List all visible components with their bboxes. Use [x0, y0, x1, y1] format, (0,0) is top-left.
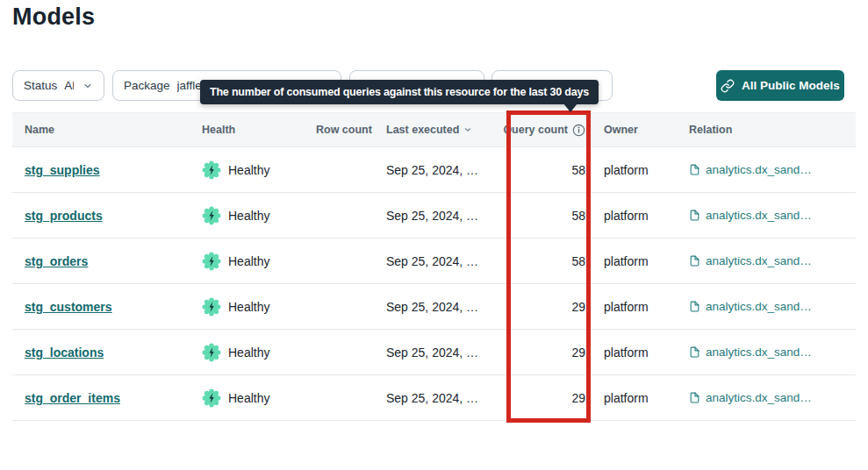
last-executed-value: Sep 25, 2024, …	[386, 391, 514, 405]
column-header-name[interactable]: Name	[25, 124, 202, 136]
status-filter-value: All	[64, 79, 74, 92]
owner-value: platform	[585, 345, 689, 360]
model-name-link[interactable]: stg_products	[25, 209, 103, 223]
query-count-label: Query count	[503, 124, 568, 136]
owner-value: platform	[585, 300, 689, 314]
health-status: Healthy	[228, 209, 269, 223]
all-public-models-label: All Public Models	[742, 79, 840, 92]
models-table: Name Health Row count Last executed Quer…	[12, 112, 856, 421]
owner-value: platform	[585, 209, 689, 223]
relation-link[interactable]: analytics.dx_sand…	[689, 163, 812, 176]
owner-value: platform	[585, 254, 689, 268]
health-badge-icon	[202, 297, 221, 317]
relation-link[interactable]: analytics.dx_sand…	[689, 254, 812, 267]
last-executed-value: Sep 25, 2024, …	[386, 163, 514, 177]
column-header-last-executed[interactable]: Last executed	[386, 124, 514, 136]
table-row: stg_supplies Healthy Sep 25, 2024, … 58 …	[12, 147, 856, 193]
file-icon	[689, 300, 700, 313]
health-status: Healthy	[228, 163, 269, 177]
column-header-owner[interactable]: Owner	[585, 124, 689, 136]
column-header-health[interactable]: Health	[202, 124, 316, 136]
health-badge-icon	[202, 388, 221, 408]
tooltip-text: The number of consumed queries against t…	[210, 86, 589, 98]
status-filter[interactable]: Status All	[12, 70, 104, 101]
health-status: Healthy	[228, 391, 269, 405]
table-row: stg_customers Healthy Sep 25, 2024, … 29…	[12, 284, 856, 330]
query-count-value: 29	[514, 300, 585, 314]
relation-text: analytics.dx_sand…	[706, 391, 812, 404]
file-icon	[689, 163, 700, 176]
query-count-tooltip: The number of consumed queries against t…	[200, 80, 599, 104]
file-icon	[689, 254, 700, 267]
all-public-models-button[interactable]: All Public Models	[716, 70, 844, 101]
model-name-link[interactable]: stg_orders	[25, 254, 88, 268]
relation-link[interactable]: analytics.dx_sand…	[689, 391, 812, 404]
health-status: Healthy	[228, 300, 269, 314]
relation-text: analytics.dx_sand…	[706, 345, 812, 359]
health-badge-icon	[202, 343, 221, 362]
relation-link[interactable]: analytics.dx_sand…	[689, 209, 812, 222]
column-header-relation[interactable]: Relation	[689, 124, 843, 136]
health-badge-icon	[202, 252, 221, 271]
query-count-value: 58	[514, 163, 585, 177]
health-badge-icon	[202, 206, 221, 225]
model-name-link[interactable]: stg_order_items	[25, 391, 120, 405]
last-executed-value: Sep 25, 2024, …	[386, 300, 514, 314]
relation-text: analytics.dx_sand…	[706, 300, 812, 313]
models-page: Models Status All Package jaffle_ All Pu…	[0, 0, 868, 470]
owner-value: platform	[585, 163, 689, 177]
query-count-value: 29	[514, 345, 585, 360]
link-icon	[721, 79, 735, 93]
table-header-row: Name Health Row count Last executed Quer…	[12, 112, 856, 147]
relation-link[interactable]: analytics.dx_sand…	[689, 300, 812, 313]
file-icon	[689, 345, 700, 359]
query-count-value: 29	[514, 391, 585, 405]
last-executed-value: Sep 25, 2024, …	[386, 209, 514, 223]
last-executed-value: Sep 25, 2024, …	[386, 254, 514, 268]
model-name-link[interactable]: stg_customers	[25, 300, 112, 314]
table-row: stg_order_items Healthy Sep 25, 2024, … …	[12, 375, 856, 421]
model-name-link[interactable]: stg_locations	[25, 345, 104, 360]
model-name-link[interactable]: stg_supplies	[25, 163, 100, 177]
query-count-value: 58	[514, 209, 585, 223]
table-row: stg_orders Healthy Sep 25, 2024, … 58 pl…	[12, 239, 856, 284]
sort-chevron-down-icon	[463, 125, 472, 134]
last-executed-label: Last executed	[386, 124, 459, 136]
column-header-query-count[interactable]: Query count	[514, 124, 585, 137]
query-count-value: 58	[514, 254, 585, 268]
info-icon[interactable]	[572, 124, 585, 137]
table-row: stg_products Healthy Sep 25, 2024, … 58 …	[12, 193, 856, 239]
last-executed-value: Sep 25, 2024, …	[386, 345, 514, 360]
table-row: stg_locations Healthy Sep 25, 2024, … 29…	[12, 330, 856, 375]
status-filter-label: Status	[24, 79, 57, 92]
owner-value: platform	[585, 391, 689, 405]
health-badge-icon	[202, 160, 221, 180]
column-header-row-count[interactable]: Row count	[316, 124, 386, 136]
relation-text: analytics.dx_sand…	[706, 209, 812, 222]
relation-text: analytics.dx_sand…	[706, 163, 812, 176]
file-icon	[689, 209, 700, 222]
health-status: Healthy	[228, 345, 269, 360]
chevron-down-icon	[82, 81, 93, 91]
file-icon	[689, 391, 700, 404]
relation-text: analytics.dx_sand…	[706, 254, 812, 267]
relation-link[interactable]: analytics.dx_sand…	[689, 345, 812, 359]
package-filter-label: Package	[124, 79, 170, 92]
page-title: Models	[12, 4, 95, 31]
tooltip-caret	[563, 103, 577, 112]
health-status: Healthy	[228, 254, 269, 268]
